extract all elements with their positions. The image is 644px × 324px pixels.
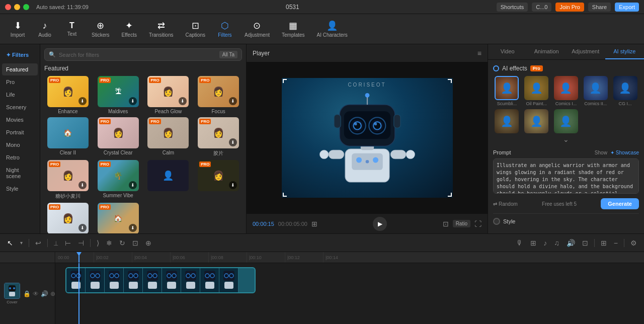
filter-item-maldives[interactable]: 🏝 PRO ⬇ Maldives [95,76,142,114]
share-button[interactable]: Share [588,3,611,12]
sidebar-item-featured[interactable]: Featured [2,63,38,75]
selection-handle-tr[interactable] [448,79,452,83]
tl-playhead[interactable] [78,252,79,263]
filter-item-focus[interactable]: 👩 PRO ⬇ Focus [195,76,242,114]
tl-tool-split[interactable]: ⟂ [52,238,60,248]
toolbar-import[interactable]: ⬇ Import [5,18,30,40]
tl-icon-more[interactable]: ⊕ [50,290,55,297]
tab-ai-stylize[interactable]: AI stylize [605,44,645,59]
tl-icon-audio[interactable]: 🔊 [41,290,48,297]
ratio-button[interactable]: Ratio [453,220,470,227]
ai-effect-r7[interactable]: 👤 [523,109,550,133]
toolbar-audio[interactable]: ♪ Audio [32,19,57,40]
ai-effect-oil-paint[interactable]: 👤 Oil Paint... [523,76,550,106]
close-button[interactable] [5,4,11,10]
sidebar-item-style[interactable]: Style [2,183,38,195]
tl-tool-caption2[interactable]: ⊡ [580,238,590,248]
tl-icon-lock[interactable]: 🔒 [23,290,31,297]
sidebar-item-night-scene[interactable]: Night scene [2,164,38,182]
prompt-textarea[interactable]: Illustrate an angelic warrior with armor… [493,158,639,194]
filter-item-calm[interactable]: 👩 PRO Calm [145,117,192,157]
shortcuts-button[interactable]: Shortcuts [497,3,528,12]
ai-effect-r6[interactable]: 👤 [493,109,521,133]
tab-animation[interactable]: Animation [527,44,567,59]
sidebar-item-pro[interactable]: Pro [2,76,38,88]
toolbar-effects[interactable]: ✦ Effects [117,18,142,40]
filter-item-xiaoli[interactable]: 👩 PRO ⬇ 糖砂小麦川 [44,160,92,200]
tl-tool-settings[interactable]: ⚙ [628,238,639,248]
showcase-button[interactable]: ✦ Showcase [610,150,639,155]
player-menu-icon[interactable]: ≡ [477,49,481,57]
filter-search-input[interactable] [59,52,216,58]
filter-item-peach-glow[interactable]: 👩 PRO ⬇ Peach Glow [145,76,192,114]
sidebar-item-movies[interactable]: Movies [2,114,38,126]
sidebar-item-mono[interactable]: Mono [2,139,38,151]
tl-tool-zoom[interactable]: ⊕ [143,238,153,248]
tab-adjustment[interactable]: Adjustment [566,44,605,59]
tl-tool-voiceover[interactable]: 🔊 [565,238,577,248]
ai-effect-comics-i[interactable]: 👤 Comics I... [552,76,580,106]
style-checkbox[interactable] [493,218,500,225]
tl-tool-crop[interactable]: ⊡ [130,238,140,248]
selection-handle-br[interactable] [448,193,452,197]
toolbar-ai-characters[interactable]: 👤 AI Characters [312,18,353,40]
grid-icon[interactable]: ⊞ [311,220,317,228]
filter-item-crystal-clear[interactable]: 👩 PRO Crystal Clear [95,117,142,157]
filter-item-light1[interactable]: 👩 PRO ⬇ [44,203,92,233]
toolbar-transitions[interactable]: ⇄ Transitions [144,18,179,40]
tl-tool-select[interactable]: ↖ [5,238,15,248]
export-button[interactable]: Export [615,3,639,12]
random-button[interactable]: ⇄ Random [493,201,518,207]
filter-item-enhance[interactable]: 👩 PRO ⬇ Enhance [44,76,92,114]
ai-effect-comics-ii[interactable]: 👤 Comics II... [582,76,609,106]
all-tag[interactable]: All Ta [219,51,237,58]
user-button[interactable]: C...0 [532,3,551,12]
ai-effect-cg-i[interactable]: 👤 CG I... [611,76,639,106]
tl-tool-dropdown[interactable]: ▾ [18,239,25,247]
join-pro-button[interactable]: Join Pro [555,3,584,12]
filter-item-beach[interactable]: 🏠 PRO ⬇ [95,203,142,233]
toolbar-captions[interactable]: ⊡ Captions [181,18,210,40]
toolbar-templates[interactable]: ▦ Templates [277,18,310,40]
toolbar-stickers[interactable]: ⊕ Stickers [87,18,115,40]
tl-tool-fit[interactable]: ⊞ [599,238,609,248]
tl-tool-music[interactable]: ♪ [541,238,549,248]
minimize-button[interactable] [14,4,20,10]
filter-item-dark2[interactable]: 👩 PRO ⬇ [195,160,242,200]
sidebar-item-life[interactable]: Life [2,89,38,101]
filter-item-jimo[interactable]: 👩 PRO ⬇ 胶片 [195,117,242,157]
tl-tool-sfx[interactable]: ♫ [552,238,561,248]
filter-item-dark1[interactable]: 👤 [145,160,192,200]
fullscreen-button[interactable]: ⛶ [474,220,481,228]
tl-tool-undo[interactable]: ↩ [33,238,43,248]
tl-tool-trim-end[interactable]: ⊣ [76,238,86,248]
crop-icon[interactable]: ⊡ [443,220,449,228]
filter-item-summer-vibe[interactable]: 🌴 PRO ⬇ Summer Vibe [95,160,142,200]
sidebar-item-scenery[interactable]: Scenery [2,101,38,113]
tl-video-track[interactable]: conversational robot.png 00:00:05:00 [65,267,256,293]
sidebar-item-portrait[interactable]: Portrait [2,126,38,138]
maximize-button[interactable] [23,4,29,10]
play-button[interactable]: ▶ [373,217,387,231]
tl-tool-freeze[interactable]: ❄ [104,238,114,248]
show-more-button[interactable]: ⌄ [493,135,639,143]
selection-handle-tl[interactable] [283,79,287,83]
tl-tool-speed[interactable]: ⟩ [95,238,101,248]
ai-effect-scumbli[interactable]: 👤 Scumbli... [493,76,521,106]
sidebar-item-retro[interactable]: Retro [2,151,38,164]
tl-tool-mic[interactable]: 🎙 [514,238,525,248]
filter-item-clear-ii[interactable]: 🏠 Clear II [44,117,92,157]
tl-tool-zoom-out[interactable]: − [612,238,620,248]
generate-button[interactable]: Generate [601,198,639,209]
ai-effects-checkbox[interactable] [493,65,499,71]
selection-handle-bl[interactable] [283,193,287,197]
toolbar-filters[interactable]: ⬡ Filters [212,18,237,40]
tl-tool-trim-start[interactable]: ⊢ [63,238,73,248]
tl-tool-rotate[interactable]: ↻ [117,238,127,248]
toolbar-text[interactable]: T Text [59,19,85,39]
toolbar-adjustment[interactable]: ⊙ Adjustment [239,18,275,40]
ai-effect-r8[interactable]: 👤 [552,109,580,133]
tl-icon-visible[interactable]: 👁 [33,290,39,297]
tl-tool-audio-merge[interactable]: ⊞ [528,238,538,248]
tab-video[interactable]: Video [488,44,527,59]
